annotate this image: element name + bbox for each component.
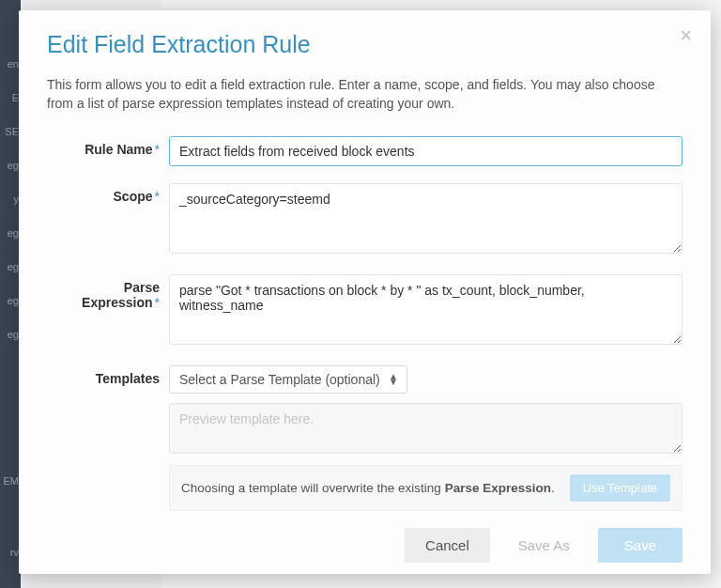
template-info-bar: Choosing a template will overwrite the e…: [169, 465, 683, 511]
template-preview-textarea[interactable]: [169, 403, 683, 454]
close-icon[interactable]: ×: [680, 25, 692, 46]
parse-expression-textarea[interactable]: parse "Got * transactions on block * by …: [169, 274, 683, 345]
edit-rule-modal: × Edit Field Extraction Rule This form a…: [19, 10, 711, 574]
template-select[interactable]: Select a Parse Template (optional): [169, 365, 407, 394]
use-template-button[interactable]: Use Template: [570, 474, 670, 502]
modal-title: Edit Field Extraction Rule: [47, 31, 683, 58]
app-sidebar-fragment: en E SE eg y eg eg eg eg EM rv: [0, 0, 21, 588]
template-info-text: Choosing a template will overwrite the e…: [181, 481, 555, 495]
modal-footer: Cancel Save As Save: [405, 528, 683, 563]
templates-label: Templates: [47, 365, 169, 511]
parse-expression-label: Parse Expression*: [47, 274, 169, 348]
scope-textarea[interactable]: _sourceCategory=steemd: [169, 183, 683, 254]
cancel-button[interactable]: Cancel: [405, 528, 490, 563]
rule-name-label: Rule Name*: [47, 136, 169, 166]
modal-description: This form allows you to edit a field ext…: [47, 75, 683, 114]
save-as-button[interactable]: Save As: [498, 528, 591, 563]
scope-label: Scope*: [47, 183, 169, 257]
save-button[interactable]: Save: [598, 528, 683, 563]
rule-name-input[interactable]: [169, 136, 683, 166]
